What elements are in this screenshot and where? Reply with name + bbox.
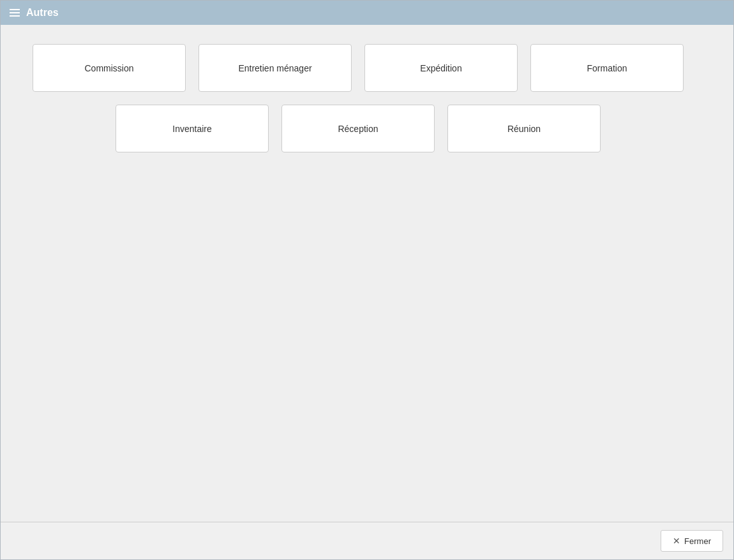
card-commission[interactable]: Commission bbox=[33, 44, 186, 92]
menu-icon[interactable] bbox=[10, 9, 20, 17]
card-reunion[interactable]: Réunion bbox=[447, 105, 601, 152]
card-entretien-menager[interactable]: Entretien ménager bbox=[198, 44, 352, 92]
page-title: Autres bbox=[26, 7, 59, 18]
card-row-1: Commission Entretien ménager Expédition … bbox=[33, 44, 701, 92]
close-icon: ✕ bbox=[673, 536, 680, 546]
card-row-2: Inventaire Réception Réunion bbox=[33, 105, 701, 152]
header-bar: Autres bbox=[1, 1, 733, 25]
footer-bar: ✕ Fermer bbox=[1, 522, 733, 559]
main-window: Autres Commission Entretien ménager Expé… bbox=[0, 0, 734, 560]
card-formation[interactable]: Formation bbox=[530, 44, 684, 92]
card-reception[interactable]: Réception bbox=[281, 105, 435, 152]
content-area: Commission Entretien ménager Expédition … bbox=[1, 25, 733, 522]
card-inventaire[interactable]: Inventaire bbox=[116, 105, 269, 152]
card-expedition[interactable]: Expédition bbox=[364, 44, 518, 92]
close-button[interactable]: ✕ Fermer bbox=[661, 530, 723, 552]
